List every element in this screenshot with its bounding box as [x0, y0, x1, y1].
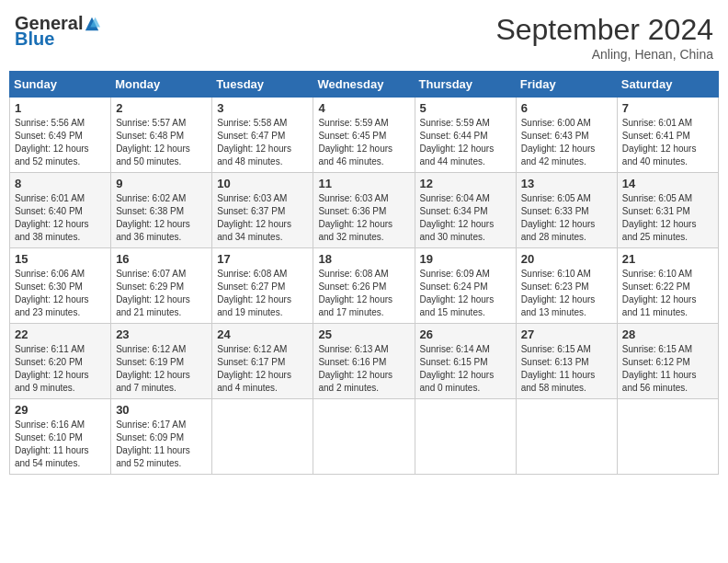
calendar-cell: 5Sunrise: 5:59 AMSunset: 6:44 PMDaylight…: [415, 98, 516, 173]
weekday-header-wednesday: Wednesday: [313, 72, 415, 98]
day-number: 10: [217, 177, 308, 190]
location: Anling, Henan, China: [495, 47, 713, 62]
calendar-cell: 18Sunrise: 6:08 AMSunset: 6:26 PMDayligh…: [313, 248, 415, 324]
calendar-cell: [212, 399, 313, 475]
weekday-header-row: SundayMondayTuesdayWednesdayThursdayFrid…: [10, 72, 719, 98]
day-number: 19: [420, 252, 511, 266]
calendar-cell: 30Sunrise: 6:17 AMSunset: 6:09 PMDayligh…: [111, 399, 212, 475]
cell-content: Sunrise: 6:12 AMSunset: 6:17 PMDaylight:…: [217, 343, 308, 395]
calendar-cell: 19Sunrise: 6:09 AMSunset: 6:24 PMDayligh…: [415, 248, 516, 324]
calendar-cell: 23Sunrise: 6:12 AMSunset: 6:19 PMDayligh…: [111, 324, 212, 399]
weekday-header-friday: Friday: [516, 72, 617, 98]
cell-content: Sunrise: 6:03 AMSunset: 6:36 PMDaylight:…: [318, 192, 409, 244]
calendar-cell: [415, 399, 516, 475]
weekday-header-saturday: Saturday: [617, 72, 718, 98]
page-header: General Blue September 2024 Anling, Hena…: [9, 9, 719, 65]
cell-content: Sunrise: 6:10 AMSunset: 6:22 PMDaylight:…: [622, 268, 713, 319]
cell-content: Sunrise: 6:08 AMSunset: 6:26 PMDaylight:…: [318, 268, 409, 319]
calendar-cell: 11Sunrise: 6:03 AMSunset: 6:36 PMDayligh…: [313, 173, 415, 248]
day-number: 25: [318, 327, 409, 341]
day-number: 16: [116, 252, 207, 266]
cell-content: Sunrise: 6:12 AMSunset: 6:19 PMDaylight:…: [116, 343, 207, 395]
cell-content: Sunrise: 6:08 AMSunset: 6:27 PMDaylight:…: [217, 268, 308, 319]
logo: General Blue: [15, 13, 100, 50]
calendar-cell: 27Sunrise: 6:15 AMSunset: 6:13 PMDayligh…: [516, 324, 617, 399]
cell-content: Sunrise: 6:03 AMSunset: 6:37 PMDaylight:…: [217, 192, 308, 244]
calendar-cell: 26Sunrise: 6:14 AMSunset: 6:15 PMDayligh…: [415, 324, 516, 399]
cell-content: Sunrise: 6:15 AMSunset: 6:13 PMDaylight:…: [521, 343, 612, 395]
cell-content: Sunrise: 6:15 AMSunset: 6:12 PMDaylight:…: [622, 343, 713, 395]
calendar-cell: [516, 399, 617, 475]
weekday-header-sunday: Sunday: [10, 72, 111, 98]
day-number: 4: [318, 101, 409, 115]
calendar-cell: 24Sunrise: 6:12 AMSunset: 6:17 PMDayligh…: [212, 324, 313, 399]
cell-content: Sunrise: 6:05 AMSunset: 6:33 PMDaylight:…: [521, 192, 612, 244]
day-number: 2: [116, 101, 207, 115]
calendar-cell: 17Sunrise: 6:08 AMSunset: 6:27 PMDayligh…: [212, 248, 313, 324]
cell-content: Sunrise: 6:04 AMSunset: 6:34 PMDaylight:…: [420, 192, 511, 244]
day-number: 29: [15, 403, 106, 417]
calendar-cell: 20Sunrise: 6:10 AMSunset: 6:23 PMDayligh…: [516, 248, 617, 324]
cell-content: Sunrise: 6:07 AMSunset: 6:29 PMDaylight:…: [116, 268, 207, 319]
day-number: 15: [15, 252, 106, 266]
calendar-cell: 1Sunrise: 5:56 AMSunset: 6:49 PMDaylight…: [10, 98, 111, 173]
calendar-week-row: 15Sunrise: 6:06 AMSunset: 6:30 PMDayligh…: [10, 248, 719, 324]
cell-content: Sunrise: 6:06 AMSunset: 6:30 PMDaylight:…: [15, 268, 106, 319]
weekday-header-thursday: Thursday: [415, 72, 516, 98]
logo-icon: [84, 16, 100, 32]
cell-content: Sunrise: 5:58 AMSunset: 6:47 PMDaylight:…: [217, 117, 308, 168]
calendar-cell: 25Sunrise: 6:13 AMSunset: 6:16 PMDayligh…: [313, 324, 415, 399]
calendar-cell: 16Sunrise: 6:07 AMSunset: 6:29 PMDayligh…: [111, 248, 212, 324]
calendar-cell: [617, 399, 718, 475]
day-number: 22: [15, 327, 106, 341]
day-number: 12: [420, 177, 511, 190]
day-number: 20: [521, 252, 612, 266]
calendar-cell: [313, 399, 415, 475]
cell-content: Sunrise: 6:02 AMSunset: 6:38 PMDaylight:…: [116, 192, 207, 244]
day-number: 27: [521, 327, 612, 341]
day-number: 11: [318, 177, 409, 190]
day-number: 3: [217, 101, 308, 115]
cell-content: Sunrise: 6:05 AMSunset: 6:31 PMDaylight:…: [622, 192, 713, 244]
calendar-cell: 10Sunrise: 6:03 AMSunset: 6:37 PMDayligh…: [212, 173, 313, 248]
cell-content: Sunrise: 6:01 AMSunset: 6:40 PMDaylight:…: [15, 192, 106, 244]
calendar-cell: 8Sunrise: 6:01 AMSunset: 6:40 PMDaylight…: [10, 173, 111, 248]
calendar-cell: 21Sunrise: 6:10 AMSunset: 6:22 PMDayligh…: [617, 248, 718, 324]
calendar-week-row: 1Sunrise: 5:56 AMSunset: 6:49 PMDaylight…: [10, 98, 719, 173]
calendar-cell: 29Sunrise: 6:16 AMSunset: 6:10 PMDayligh…: [10, 399, 111, 475]
calendar-cell: 12Sunrise: 6:04 AMSunset: 6:34 PMDayligh…: [415, 173, 516, 248]
calendar-cell: 14Sunrise: 6:05 AMSunset: 6:31 PMDayligh…: [617, 173, 718, 248]
cell-content: Sunrise: 5:59 AMSunset: 6:44 PMDaylight:…: [420, 117, 511, 168]
cell-content: Sunrise: 6:14 AMSunset: 6:15 PMDaylight:…: [420, 343, 511, 395]
cell-content: Sunrise: 6:11 AMSunset: 6:20 PMDaylight:…: [15, 343, 106, 395]
calendar-table: SundayMondayTuesdayWednesdayThursdayFrid…: [9, 71, 719, 475]
day-number: 9: [116, 177, 207, 190]
day-number: 13: [521, 177, 612, 190]
cell-content: Sunrise: 5:56 AMSunset: 6:49 PMDaylight:…: [15, 117, 106, 168]
calendar-cell: 22Sunrise: 6:11 AMSunset: 6:20 PMDayligh…: [10, 324, 111, 399]
calendar-cell: 3Sunrise: 5:58 AMSunset: 6:47 PMDaylight…: [212, 98, 313, 173]
calendar-cell: 4Sunrise: 5:59 AMSunset: 6:45 PMDaylight…: [313, 98, 415, 173]
day-number: 14: [622, 177, 713, 190]
day-number: 23: [116, 327, 207, 341]
calendar-cell: 7Sunrise: 6:01 AMSunset: 6:41 PMDaylight…: [617, 98, 718, 173]
day-number: 26: [420, 327, 511, 341]
weekday-header-monday: Monday: [111, 72, 212, 98]
cell-content: Sunrise: 6:16 AMSunset: 6:10 PMDaylight:…: [15, 419, 106, 470]
day-number: 1: [15, 101, 106, 115]
day-number: 30: [116, 403, 207, 417]
day-number: 6: [521, 101, 612, 115]
cell-content: Sunrise: 6:13 AMSunset: 6:16 PMDaylight:…: [318, 343, 409, 395]
calendar-cell: 13Sunrise: 6:05 AMSunset: 6:33 PMDayligh…: [516, 173, 617, 248]
cell-content: Sunrise: 6:09 AMSunset: 6:24 PMDaylight:…: [420, 268, 511, 319]
day-number: 28: [622, 327, 713, 341]
cell-content: Sunrise: 6:10 AMSunset: 6:23 PMDaylight:…: [521, 268, 612, 319]
cell-content: Sunrise: 5:59 AMSunset: 6:45 PMDaylight:…: [318, 117, 409, 168]
calendar-week-row: 8Sunrise: 6:01 AMSunset: 6:40 PMDaylight…: [10, 173, 719, 248]
calendar-cell: 15Sunrise: 6:06 AMSunset: 6:30 PMDayligh…: [10, 248, 111, 324]
day-number: 18: [318, 252, 409, 266]
calendar-week-row: 22Sunrise: 6:11 AMSunset: 6:20 PMDayligh…: [10, 324, 719, 399]
cell-content: Sunrise: 6:17 AMSunset: 6:09 PMDaylight:…: [116, 419, 207, 470]
cell-content: Sunrise: 6:00 AMSunset: 6:43 PMDaylight:…: [521, 117, 612, 168]
weekday-header-tuesday: Tuesday: [212, 72, 313, 98]
